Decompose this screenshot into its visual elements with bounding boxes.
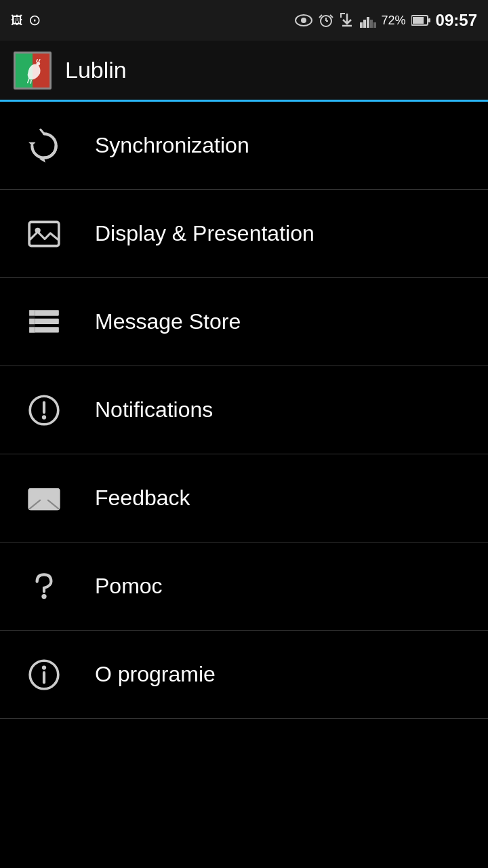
envelope-icon-wrapper bbox=[20, 481, 68, 516]
menu-item-pomoc[interactable]: Pomoc bbox=[0, 542, 488, 631]
svg-rect-12 bbox=[428, 18, 430, 22]
menu-item-message-store[interactable]: Message Store bbox=[0, 278, 488, 366]
svg-rect-7 bbox=[367, 17, 369, 28]
eye-icon bbox=[295, 14, 312, 27]
status-time: 09:57 bbox=[436, 11, 477, 30]
menu-item-display-presentation[interactable]: Display & Presentation bbox=[0, 190, 488, 278]
battery-icon bbox=[411, 14, 430, 26]
question-icon-wrapper bbox=[20, 569, 68, 604]
message-store-label: Message Store bbox=[95, 309, 241, 334]
menu-item-synchronization[interactable]: Synchronization bbox=[0, 102, 488, 190]
messages-icon bbox=[26, 304, 62, 340]
menu-item-notifications[interactable]: Notifications bbox=[0, 366, 488, 454]
svg-point-30 bbox=[42, 415, 46, 419]
status-bar: 🖼 ⊙ 72% bbox=[0, 0, 488, 41]
menu-item-feedback[interactable]: Feedback bbox=[0, 454, 488, 542]
feedback-label: Feedback bbox=[95, 486, 190, 511]
svg-point-37 bbox=[42, 665, 46, 669]
svg-rect-26 bbox=[29, 318, 35, 323]
svg-rect-9 bbox=[373, 22, 376, 28]
svg-rect-25 bbox=[29, 310, 35, 315]
battery-percentage: 72% bbox=[382, 14, 406, 28]
svg-point-16 bbox=[37, 62, 41, 66]
svg-rect-11 bbox=[413, 17, 424, 24]
app-logo bbox=[14, 52, 52, 90]
synchronization-label: Synchronization bbox=[95, 133, 249, 158]
messages-icon-wrapper bbox=[20, 304, 68, 340]
svg-point-1 bbox=[301, 18, 306, 23]
svg-rect-27 bbox=[29, 327, 35, 332]
accessibility-icon: ⊙ bbox=[28, 12, 41, 29]
svg-marker-17 bbox=[28, 142, 35, 145]
alert-icon-wrapper bbox=[20, 393, 68, 428]
sync-icon-wrapper bbox=[20, 128, 68, 163]
info-icon-wrapper bbox=[20, 657, 68, 692]
alert-circle-icon bbox=[26, 393, 62, 428]
svg-point-35 bbox=[41, 593, 46, 598]
menu-item-o-programie[interactable]: O programie bbox=[0, 631, 488, 719]
status-bar-right-icons: 72% 09:57 bbox=[295, 11, 477, 30]
info-circle-icon bbox=[26, 657, 62, 692]
svg-rect-8 bbox=[370, 20, 373, 28]
status-bar-left-icons: 🖼 ⊙ bbox=[11, 12, 41, 29]
display-presentation-label: Display & Presentation bbox=[95, 221, 314, 246]
image-icon-wrapper bbox=[20, 216, 68, 252]
photo-icon: 🖼 bbox=[11, 14, 23, 28]
o-programie-label: O programie bbox=[95, 662, 216, 687]
svg-rect-6 bbox=[363, 20, 366, 28]
app-title: Lublin bbox=[65, 57, 127, 83]
signal-icon bbox=[360, 13, 376, 28]
svg-rect-19 bbox=[29, 222, 59, 245]
image-icon bbox=[26, 216, 62, 252]
menu-list: Synchronization Display & Presentation bbox=[0, 102, 488, 719]
svg-rect-5 bbox=[360, 22, 363, 28]
envelope-icon bbox=[26, 481, 62, 516]
download-icon bbox=[340, 12, 354, 28]
sync-icon bbox=[26, 128, 62, 163]
pomoc-label: Pomoc bbox=[95, 574, 163, 599]
app-header: Lublin bbox=[0, 41, 488, 102]
question-icon bbox=[26, 569, 62, 604]
notifications-label: Notifications bbox=[95, 397, 213, 422]
alarm-icon bbox=[318, 12, 334, 28]
